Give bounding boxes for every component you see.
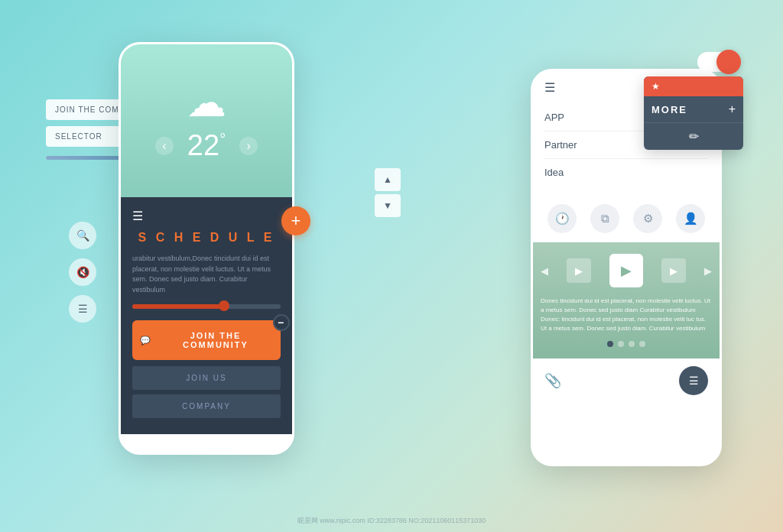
dots-indicator [541, 341, 712, 347]
temperature-row: ‹ 22° › [155, 129, 258, 162]
schedule-body-text: urabitur vestibulum,Donec tincidunt dui … [132, 254, 281, 295]
more-popup-body: MORE + [644, 96, 743, 122]
temperature-display: 22° [187, 129, 226, 162]
next-icon: ▶ [670, 265, 677, 277]
clip-icon-button[interactable]: 📎 [544, 372, 561, 389]
menu-circle-button[interactable]: ☰ [679, 366, 708, 395]
more-label: MORE [651, 104, 687, 115]
minus-icon: − [278, 316, 285, 329]
down-arrow-button[interactable]: ▼ [375, 194, 401, 217]
dot-3[interactable] [629, 341, 635, 347]
settings-icon-button[interactable]: ⚙ [633, 204, 662, 233]
prev-icon: ▶ [575, 265, 583, 277]
dot-4[interactable] [639, 341, 645, 347]
slider-fill [132, 304, 221, 309]
gear-icon: ⚙ [643, 212, 653, 225]
play-icon: ▶ [621, 262, 632, 279]
menu-button[interactable]: ☰ [69, 295, 96, 323]
user-icon: 👤 [684, 212, 698, 225]
up-arrow-button[interactable]: ▲ [375, 168, 401, 191]
watermark: 昵景网 www.nipic.com ID:32283786 NO:2021106… [297, 516, 486, 526]
search-button[interactable]: 🔍 [69, 222, 96, 249]
slider-thumb [219, 300, 229, 311]
company-label: COMPANY [182, 402, 231, 410]
nav-item-idea[interactable]: Idea [544, 159, 708, 186]
selector-label: SELECTOR [55, 132, 102, 141]
pencil-row: ✏ [644, 122, 743, 150]
media-controls: ◀ ▶ ▶ ▶ ▶ [541, 254, 712, 287]
schedule-title: S C H E D U L E [132, 231, 281, 245]
pencil-icon[interactable]: ✏ [689, 129, 699, 144]
copy-icon: ⧉ [601, 212, 609, 225]
right-icons-row: 🕐 ⧉ ⚙ 👤 [533, 195, 720, 242]
floating-plus-button[interactable]: + [281, 206, 310, 235]
toggle-track [697, 52, 737, 72]
dot-2[interactable] [618, 341, 624, 347]
join-us-button[interactable]: JOIN US [132, 366, 281, 390]
search-icon: 🔍 [76, 229, 89, 242]
media-section: ◀ ▶ ▶ ▶ ▶ Donec tincidunt dui id est pla… [533, 242, 720, 358]
cloud-icon: ☁ [187, 79, 226, 125]
phone-hamburger-icon[interactable]: ☰ [132, 209, 281, 223]
star-icon: ★ [651, 81, 660, 92]
menu-lines-icon: ☰ [689, 375, 699, 387]
next-button[interactable]: ▶ [661, 258, 686, 283]
clock-icon-button[interactable]: 🕐 [547, 204, 577, 233]
clock-icon: 🕐 [555, 212, 570, 225]
play-button[interactable]: ▶ [609, 254, 643, 287]
weather-section: ☁ ‹ 22° › [121, 44, 292, 197]
right-bottom-bar: 📎 ☰ [533, 358, 720, 403]
user-icon-button[interactable]: 👤 [676, 204, 705, 233]
skip-forward-button[interactable]: ▶ [704, 265, 712, 277]
toggle-switch[interactable] [697, 52, 737, 72]
toggle-thumb [716, 50, 741, 74]
up-arrow-icon: ▲ [383, 174, 392, 185]
side-icons: 🔍 🔇 ☰ [69, 222, 96, 323]
copy-icon-button[interactable]: ⧉ [590, 204, 619, 233]
join-us-label: JOIN US [186, 374, 226, 382]
minus-button[interactable]: − [273, 314, 290, 331]
phone-bottom-section: ☰ S C H E D U L E urabitur vestibulum,Do… [121, 197, 292, 434]
left-phone: ☁ ‹ 22° › ☰ S C H E D U L E urabitur ves… [119, 42, 294, 455]
next-temp-button[interactable]: › [239, 137, 258, 155]
company-button[interactable]: COMPANY [132, 394, 281, 418]
mute-button[interactable]: 🔇 [69, 258, 96, 286]
skip-back-button[interactable]: ◀ [541, 265, 548, 277]
dot-1[interactable] [607, 341, 613, 347]
join-community-btn-label: JOIN THE COMMUNITY [158, 331, 273, 349]
prev-temp-button[interactable]: ‹ [155, 137, 174, 155]
center-nav-arrows: ▲ ▼ [375, 168, 401, 217]
progress-fill [46, 156, 122, 160]
prev-button[interactable]: ▶ [567, 258, 591, 283]
menu-icon: ☰ [78, 303, 88, 315]
plus-icon: + [291, 211, 301, 231]
progress-slider[interactable] [132, 304, 281, 309]
chat-icon: 💬 [140, 336, 152, 345]
more-popup: ★ MORE + ✏ [644, 76, 743, 150]
join-community-button[interactable]: 💬 JOIN THE COMMUNITY − [132, 320, 281, 360]
more-plus-icon[interactable]: + [729, 102, 736, 116]
mute-icon: 🔇 [76, 266, 89, 278]
more-popup-header: ★ [644, 76, 743, 96]
media-body-text: Donec tincidunt dui id est placerat, non… [541, 297, 712, 333]
down-arrow-icon: ▼ [383, 200, 392, 211]
